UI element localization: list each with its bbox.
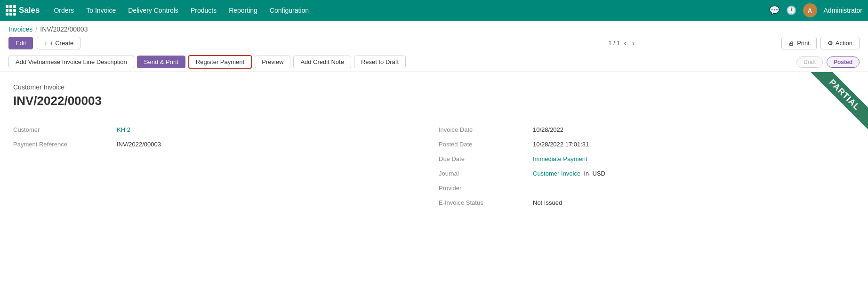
page-wrapper: Invoices / INV/2022/00003 Edit + + Creat… [0,21,868,306]
customer-value: KH 2 [117,122,439,137]
empty-value-2 [117,166,439,181]
app-name: Sales [19,6,40,15]
journal-in: in [584,170,589,177]
username: Administrator [824,7,862,14]
print-label: Print [797,40,810,47]
empty-label-1 [13,152,117,166]
btn-send-print-label: Send & Print [144,58,178,65]
payment-ref-value: INV/2022/00003 [117,137,439,152]
topnav-menu: Orders To Invoice Delivery Controls Prod… [48,4,766,17]
print-button[interactable]: 🖨 Print [781,37,817,49]
pager-text: 1 / 1 [608,40,620,47]
invoice-date-value: 10/28/2022 [533,122,855,137]
chat-icon[interactable]: 💬 [769,5,780,16]
empty-label-2 [13,166,117,181]
journal-link[interactable]: Customer Invoice [533,170,580,177]
journal-value: Customer Invoice in USD [533,166,855,181]
pager-next[interactable]: › [630,38,636,48]
btn-preview[interactable]: Preview [255,56,290,68]
due-date-label: Due Date [439,152,533,166]
invoice-type: Customer Invoice [13,83,855,91]
status-posted: Posted [827,56,860,68]
breadcrumb: Invoices / INV/2022/00003 [0,21,868,33]
due-date-link[interactable]: Immediate Payment [533,155,587,162]
nav-orders[interactable]: Orders [48,4,80,17]
pager-prev[interactable]: ‹ [622,38,628,48]
einvoice-value: Not Issued [533,195,855,210]
empty-value-4 [117,195,439,210]
customer-link[interactable]: KH 2 [117,126,130,133]
plus-icon: + [44,40,48,47]
gear-icon: ⚙ [828,40,833,47]
btn-register-payment[interactable]: Register Payment [188,55,252,69]
empty-label-4 [13,195,117,210]
btn-add-vn-invoice[interactable]: Add Vietnamese Invoice Line Description [8,56,134,68]
provider-label: Provider [439,181,533,195]
btn-reset-draft-label: Reset to Draft [361,58,399,65]
nav-reporting[interactable]: Reporting [223,4,263,17]
edit-button[interactable]: Edit [8,37,33,49]
empty-label-3 [13,181,117,195]
empty-value-3 [117,181,439,195]
breadcrumb-current: INV/2022/00003 [40,25,88,33]
journal-label: Journal [439,166,533,181]
invoice-number: INV/2022/00003 [13,94,855,108]
btn-reset-to-draft[interactable]: Reset to Draft [354,56,406,68]
invoice-fields: Customer KH 2 Invoice Date 10/28/2022 Pa… [13,122,855,210]
print-icon: 🖨 [788,40,795,47]
payment-ref-label: Payment Reference [13,137,117,152]
topnav: Sales Orders To Invoice Delivery Control… [0,0,868,21]
grid-icon [6,5,16,16]
action-label: Action [836,40,852,47]
nav-to-invoice[interactable]: To Invoice [80,4,121,17]
app-logo[interactable]: Sales [6,5,40,16]
create-label: + Create [50,40,73,47]
avatar[interactable]: A [803,3,817,17]
btn-register-payment-label: Register Payment [196,58,244,65]
breadcrumb-parent[interactable]: Invoices [8,25,32,33]
btn-add-credit-note[interactable]: Add Credit Note [293,56,351,68]
breadcrumb-separator: / [35,25,37,33]
einvoice-label: E-Invoice Status [439,195,533,210]
nav-configuration[interactable]: Configuration [264,4,314,17]
nav-products[interactable]: Products [185,4,222,17]
topnav-right: 💬 🕐 A Administrator [769,3,862,17]
customer-label: Customer [13,122,117,137]
posted-date-label: Posted Date [439,137,533,152]
clock-icon[interactable]: 🕐 [786,5,796,16]
create-button[interactable]: + + Create [37,37,80,49]
journal-currency: USD [593,170,605,177]
provider-value [533,181,855,195]
status-bar: Draft Posted [796,56,860,68]
invoice-body: PARTIAL Customer Invoice INV/2022/00003 … [0,72,868,221]
workflow-bar: Add Vietnamese Invoice Line Description … [0,53,868,72]
status-draft: Draft [796,56,823,68]
posted-date-value: 10/28/2022 17:01:31 [533,137,855,152]
nav-delivery-controls[interactable]: Delivery Controls [122,4,184,17]
btn-add-vn-invoice-label: Add Vietnamese Invoice Line Description [16,58,127,65]
invoice-date-label: Invoice Date [439,122,533,137]
due-date-value: Immediate Payment [533,152,855,166]
btn-send-print[interactable]: Send & Print [137,56,185,68]
btn-add-credit-note-label: Add Credit Note [300,58,344,65]
action-button[interactable]: ⚙ Action [820,37,860,49]
btn-preview-label: Preview [262,58,283,65]
action-bar: Edit + + Create 1 / 1 ‹ › 🖨 Print ⚙ Acti… [0,33,868,53]
empty-value-1 [117,152,439,166]
pager: 1 / 1 ‹ › [608,38,636,48]
